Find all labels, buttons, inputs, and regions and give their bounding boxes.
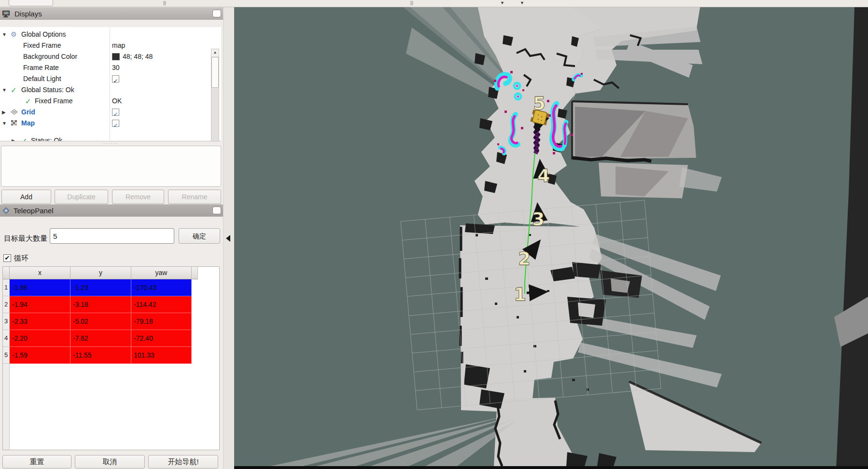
- table-row[interactable]: 5 -1.59 -11.55 101.33: [3, 347, 198, 364]
- teleop-panel-header[interactable]: TeleopPanel: [0, 204, 223, 217]
- tree-row-grid[interactable]: ▶ Grid ✓: [0, 107, 212, 118]
- viewport-bottom-strip: [234, 466, 868, 469]
- scrollbar-thumb[interactable]: [211, 57, 219, 88]
- row-label: Background Color: [23, 51, 77, 62]
- teleop-panel-title: TeleopPanel: [14, 207, 54, 215]
- cell-x[interactable]: -1.94: [10, 296, 70, 313]
- cell-yaw[interactable]: -170.43: [131, 279, 192, 296]
- row-number[interactable]: 5: [3, 347, 10, 364]
- rviz-window: ▼ ▼ Displays ▼ ⚙ Global Options Fixed Fr…: [0, 0, 868, 469]
- toolbar-dropdown-arrow-icon[interactable]: ▼: [520, 0, 524, 5]
- reset-button[interactable]: 重置: [2, 455, 71, 469]
- waypoint-2-label: 2: [518, 248, 531, 269]
- scroll-up-icon[interactable]: ▲: [211, 49, 219, 56]
- row-number[interactable]: 2: [3, 296, 10, 313]
- expander-icon[interactable]: ▶: [2, 107, 6, 118]
- max-goals-input[interactable]: [50, 228, 174, 244]
- tree-scrollbar[interactable]: ▲ ▼: [211, 49, 219, 141]
- toolbar-separator: [410, 1, 413, 5]
- cell-yaw[interactable]: -114.42: [131, 296, 192, 313]
- row-label: Status: Ok: [31, 135, 62, 141]
- color-swatch[interactable]: [112, 53, 120, 60]
- displays-panel-header[interactable]: Displays: [0, 7, 223, 20]
- table-row[interactable]: 3 -2.33 -5.02 -79.18: [3, 313, 198, 330]
- map-icon: [11, 118, 17, 129]
- cell-y[interactable]: -1.23: [70, 279, 131, 296]
- waypoint-1-label: 1: [514, 284, 526, 305]
- cell-x[interactable]: -2.20: [10, 330, 70, 347]
- collapse-panel-icon[interactable]: [226, 235, 230, 242]
- expander-icon[interactable]: ▶: [12, 135, 15, 141]
- toolbar-separator: [163, 1, 166, 5]
- tree-row-global-options[interactable]: ▼ ⚙ Global Options: [0, 29, 212, 40]
- row-number[interactable]: 3: [3, 313, 10, 330]
- expander-icon[interactable]: ▼: [2, 118, 7, 129]
- row-number[interactable]: 1: [3, 279, 10, 296]
- start-nav-button[interactable]: 开始导航!: [148, 455, 218, 469]
- cell-yaw[interactable]: -72.40: [131, 330, 192, 347]
- wall-left-mainroom: [460, 227, 462, 363]
- panel-float-button[interactable]: [212, 10, 221, 17]
- row-label: Fixed Frame: [23, 40, 61, 51]
- map-checkbox[interactable]: ✓: [112, 120, 119, 127]
- cell-y[interactable]: -7.62: [70, 330, 131, 347]
- expander-icon[interactable]: ▼: [2, 84, 7, 96]
- tree-row-frame-rate[interactable]: Frame Rate 30: [0, 62, 212, 73]
- cell-y[interactable]: -3.18: [70, 296, 131, 313]
- panel-float-button[interactable]: [212, 207, 221, 214]
- add-button[interactable]: Add: [1, 190, 51, 204]
- property-edit-area: [1, 146, 221, 187]
- tree-row-global-status[interactable]: ▼ ✓ Global Status: Ok: [0, 84, 212, 96]
- status-ok-check-icon: ✓: [11, 84, 17, 96]
- toolbar-tab-remnant[interactable]: [9, 0, 53, 6]
- map-viewport[interactable]: 1 2 3 4 5: [234, 7, 868, 469]
- table-row[interactable]: 1 -1.98 -1.23 -170.43: [3, 279, 198, 296]
- column-header-yaw[interactable]: yaw: [131, 267, 192, 279]
- remove-button[interactable]: Remove: [112, 190, 164, 204]
- cell-yaw[interactable]: -79.18: [131, 313, 192, 330]
- tree-row-background-color[interactable]: Background Color 48; 48; 48: [0, 51, 212, 62]
- displays-monitor-icon: [2, 10, 12, 18]
- waypoint-3-label: 3: [532, 209, 545, 230]
- cell-x[interactable]: -1.98: [10, 279, 70, 296]
- waypoint-1-arrow: [527, 292, 544, 293]
- expander-icon[interactable]: ▼: [2, 29, 7, 40]
- rename-button[interactable]: Rename: [168, 190, 221, 204]
- row-number[interactable]: 4: [3, 330, 10, 347]
- left-dock: Displays ▼ ⚙ Global Options Fixed Frame …: [0, 7, 223, 469]
- grid-icon: [11, 107, 18, 118]
- tree-row-map[interactable]: ▼ Map ✓: [0, 118, 212, 129]
- cancel-button[interactable]: 取消: [75, 455, 145, 469]
- column-header-x[interactable]: x: [10, 267, 70, 279]
- cell-y[interactable]: -11.55: [70, 347, 131, 364]
- teleop-diamond-icon: [2, 207, 11, 215]
- duplicate-button[interactable]: Duplicate: [55, 190, 108, 204]
- displays-tree: ▼ ⚙ Global Options Fixed Frame map Backg…: [0, 27, 221, 141]
- tree-row-default-light[interactable]: Default Light ✓: [0, 73, 212, 84]
- row-value[interactable]: map: [112, 40, 125, 51]
- toolbar-dropdown-arrow-icon[interactable]: ▼: [500, 0, 504, 5]
- map-render: 1 2 3 4 5: [234, 7, 868, 469]
- grid-checkbox[interactable]: ✓: [112, 109, 119, 116]
- column-header-y[interactable]: y: [70, 267, 131, 279]
- loop-checkbox[interactable]: ✔: [3, 254, 11, 262]
- cell-y[interactable]: -5.02: [70, 313, 131, 330]
- row-label: Global Status: Ok: [21, 84, 74, 96]
- table-row[interactable]: 4 -2.20 -7.62 -72.40: [3, 330, 198, 347]
- confirm-button[interactable]: 确定: [179, 228, 220, 244]
- cell-x[interactable]: -1.59: [10, 347, 70, 364]
- cell-yaw[interactable]: 101.33: [131, 347, 192, 364]
- row-value[interactable]: 30: [112, 62, 120, 73]
- row-label: Map: [21, 118, 35, 129]
- row-value[interactable]: 48; 48; 48: [123, 51, 153, 62]
- table-row[interactable]: 2 -1.94 -3.18 -114.42: [3, 296, 198, 313]
- default-light-checkbox[interactable]: ✓: [112, 75, 119, 83]
- corner-header: [3, 267, 10, 279]
- dock-splitter[interactable]: [223, 7, 234, 469]
- status-ok-check-icon: ✓: [21, 135, 28, 141]
- tree-row-fixed-frame-status[interactable]: ✓ Fixed Frame OK: [0, 96, 212, 107]
- row-label: Frame Rate: [23, 62, 59, 73]
- cell-x[interactable]: -2.33: [10, 313, 70, 330]
- row-label: Default Light: [23, 73, 61, 84]
- tree-row-fixed-frame[interactable]: Fixed Frame map: [0, 40, 212, 51]
